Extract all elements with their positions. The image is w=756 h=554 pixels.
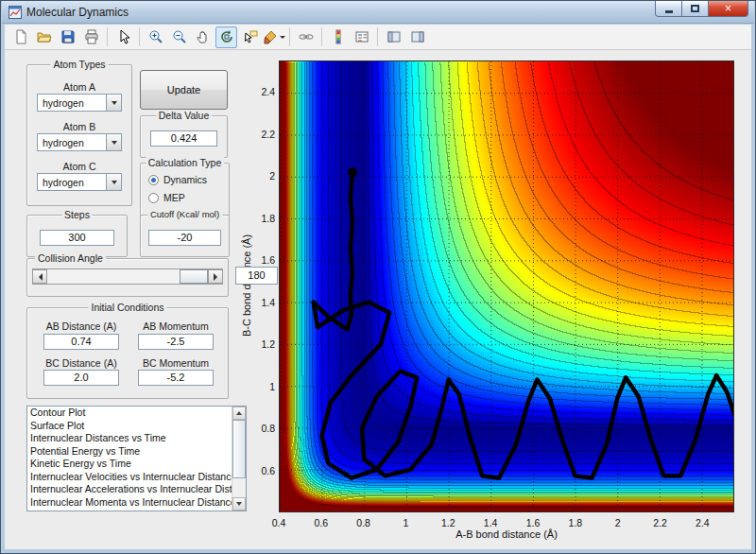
ab-momentum-field[interactable]: -2.5 [138, 334, 214, 350]
atom-c-value: hydrogen [43, 177, 84, 188]
app-icon [9, 6, 22, 19]
slider-left-arrow-icon[interactable] [32, 269, 47, 284]
open-file-button[interactable] [33, 26, 55, 48]
atom-types-title: Atom Types [50, 59, 108, 70]
toolbar-separator [377, 27, 378, 46]
link-plot-icon [299, 29, 314, 44]
data-cursor-button[interactable] [239, 26, 261, 48]
steps-title: Steps [61, 209, 93, 220]
collision-angle-field[interactable]: 180 [235, 267, 278, 285]
slider-right-arrow-icon[interactable] [208, 269, 223, 284]
x-tick-label: 2.4 [683, 517, 721, 528]
show-plot-tools-button[interactable] [406, 26, 428, 48]
chevron-down-icon[interactable] [106, 134, 121, 150]
slider-thumb[interactable] [180, 269, 208, 284]
toolbar-separator [139, 27, 140, 46]
list-item[interactable]: Internuclear Momenta vs Internuclear Dis… [27, 496, 232, 510]
rotate-3d-icon [219, 29, 234, 44]
atom-c-dropdown[interactable]: hydrogen [37, 173, 122, 191]
list-item[interactable]: Contour Plot [27, 407, 232, 420]
delta-value-field[interactable]: 0.424 [150, 130, 217, 147]
toolbar-separator [321, 27, 322, 46]
atom-c-label: Atom C [42, 161, 117, 172]
initial-conditions-title: Initial Conditions [88, 302, 166, 313]
brush-button[interactable] [263, 26, 284, 48]
bc-momentum-label: BC Momentum [130, 357, 221, 369]
ab-distance-label: AB Distance (A) [36, 320, 127, 332]
update-button[interactable]: Update [140, 70, 228, 110]
new-figure-button[interactable] [9, 26, 31, 48]
insert-legend-button[interactable] [351, 26, 372, 48]
zoom-out-button[interactable] [168, 26, 190, 48]
atom-a-dropdown[interactable]: hydrogen [37, 94, 122, 112]
title-bar[interactable]: Molecular Dynamics × [2, 1, 754, 24]
x-tick-label: 0.4 [260, 517, 298, 528]
minimize-button[interactable] [655, 1, 682, 17]
close-button[interactable]: × [708, 1, 748, 17]
atom-b-value: hydrogen [43, 137, 84, 148]
y-tick-label: 1 [241, 381, 275, 392]
y-tick-label: 1.8 [241, 213, 275, 224]
atom-b-dropdown[interactable]: hydrogen [37, 133, 122, 151]
minimize-icon [665, 10, 673, 13]
ab-distance-field[interactable]: 0.74 [43, 334, 119, 350]
plot-type-items: Contour PlotSurface PlotInternuclear Dis… [27, 407, 246, 509]
scroll-up-icon[interactable] [232, 407, 246, 420]
bc-distance-label: BC Distance (A) [36, 357, 127, 369]
link-plot-button[interactable] [295, 26, 317, 48]
steps-field[interactable]: 300 [40, 230, 114, 246]
open-file-icon [37, 29, 52, 44]
atom-a-value: hydrogen [43, 97, 84, 109]
list-item[interactable]: Surface Plot [27, 420, 232, 433]
collision-angle-slider[interactable] [32, 268, 223, 285]
save-figure-icon [60, 29, 76, 44]
list-item[interactable]: Potential Energy vs Time [27, 445, 232, 459]
data-cursor-icon [243, 29, 258, 44]
bc-momentum-field[interactable]: -5.2 [138, 370, 214, 386]
chevron-down-icon[interactable] [106, 174, 121, 190]
scroll-down-icon[interactable] [232, 497, 246, 511]
cutoff-field[interactable]: -20 [148, 230, 221, 246]
x-tick-label: 2 [599, 517, 637, 528]
radio-icon[interactable] [148, 175, 159, 185]
list-item[interactable]: Internuclear Velocities vs Internuclear … [27, 471, 232, 484]
mep-radio-label: MEP [163, 192, 185, 203]
brush-icon [263, 29, 278, 44]
pes-contour-plot[interactable] [279, 61, 734, 512]
y-tick-label: 1.4 [241, 297, 275, 308]
zoom-in-icon [148, 29, 163, 44]
app-window: Molecular Dynamics × Atom Types Atom A h… [0, 0, 756, 554]
toolbar [5, 25, 751, 50]
insert-colorbar-button[interactable] [327, 26, 349, 48]
y-tick-label: 2.2 [241, 129, 275, 140]
list-item[interactable]: Kinetic Energy vs Time [27, 458, 232, 471]
dynamics-radio[interactable]: Dynamics [148, 174, 207, 185]
bc-distance-field[interactable]: 2.0 [43, 370, 119, 386]
save-figure-button[interactable] [57, 26, 78, 48]
x-tick-label: 0.6 [302, 517, 340, 528]
close-icon: × [725, 2, 731, 16]
edit-plot-button[interactable] [112, 26, 134, 48]
list-item[interactable]: Internuclear Accelerations vs Internucle… [27, 483, 232, 496]
cutoff-title: Cutoff (Kcal/ mol) [147, 209, 222, 219]
print-figure-button[interactable] [80, 26, 102, 48]
delta-value-title: Delta Value [156, 110, 213, 121]
new-figure-icon [13, 29, 28, 44]
zoom-in-button[interactable] [145, 26, 166, 48]
collision-angle-title: Collision Angle [35, 252, 106, 264]
list-item[interactable]: Internuclear Distances vs Time [27, 432, 232, 445]
plot-type-listbox[interactable]: Contour PlotSurface PlotInternuclear Dis… [26, 406, 247, 511]
y-tick-label: 0.6 [241, 465, 275, 476]
radio-icon[interactable] [148, 193, 159, 203]
maximize-icon [691, 5, 699, 12]
x-tick-label: 1.4 [472, 517, 509, 528]
toolbar-separator [289, 27, 290, 46]
mep-radio[interactable]: MEP [148, 192, 185, 203]
rotate-3d-button[interactable] [215, 26, 237, 48]
hide-plot-tools-button[interactable] [383, 26, 404, 48]
maximize-button[interactable] [682, 1, 708, 17]
chevron-down-icon[interactable] [106, 95, 121, 111]
y-tick-label: 1.6 [241, 254, 275, 266]
x-tick-label: 2.2 [642, 517, 679, 528]
pan-button[interactable] [192, 26, 214, 48]
